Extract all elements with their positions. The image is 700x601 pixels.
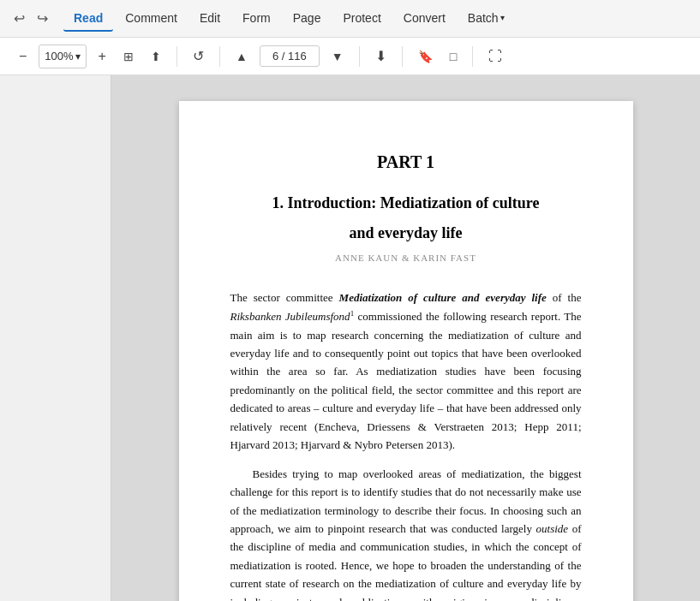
menu-item-comment[interactable]: Comment — [115, 6, 188, 32]
menu-item-form[interactable]: Form — [232, 6, 281, 32]
sidebar-left — [0, 75, 111, 601]
author-line: ANNE KAUN & KARIN FAST — [230, 253, 582, 263]
separator-1 — [176, 46, 177, 67]
fit-width-button[interactable]: ⬆ — [146, 46, 166, 67]
menu-item-protect[interactable]: Protect — [332, 6, 391, 32]
zoom-value: 100% — [45, 50, 73, 62]
main-content: PART 1 1. Introduction: Mediatization of… — [0, 75, 700, 601]
batch-dropdown-icon: ▾ — [500, 13, 505, 22]
page-indicator: 6 / 116 — [260, 45, 320, 67]
menu-item-convert[interactable]: Convert — [393, 6, 456, 32]
document-area: PART 1 1. Introduction: Mediatization of… — [111, 75, 700, 601]
share-button[interactable]: □ — [445, 46, 462, 67]
chapter-title-line1: 1. Introduction: Mediatization of cultur… — [230, 193, 582, 214]
menu-item-batch[interactable]: Batch ▾ — [458, 6, 515, 32]
paragraph-2: Besides trying to map overlooked areas o… — [230, 465, 582, 601]
toolbar: − 100% ▾ + ⊞ ⬆ ↺ ▲ 6 / 116 ▼ ⬇ 🔖 □ ⛶ — [0, 38, 700, 75]
separator-5 — [472, 46, 473, 67]
paragraph-1: The sector committee Mediatization of cu… — [230, 289, 582, 454]
next-page-button[interactable]: ▼ — [326, 46, 349, 67]
menu-item-page[interactable]: Page — [283, 6, 332, 32]
outside-italic: outside — [536, 522, 569, 535]
fullscreen-button[interactable]: ⛶ — [483, 45, 507, 68]
menu-bar: ↩ ↪ Read Comment Edit Form Page Protect … — [0, 0, 700, 38]
fund-name: Riksbanken Jubileumsfond — [230, 310, 350, 323]
separator-4 — [402, 46, 403, 67]
undo-button[interactable]: ↩ — [10, 7, 28, 30]
menu-item-edit[interactable]: Edit — [189, 6, 230, 32]
zoom-dropdown-icon[interactable]: ▾ — [75, 51, 81, 62]
bookmark-button[interactable]: 🔖 — [413, 46, 438, 67]
document-page: PART 1 1. Introduction: Mediatization of… — [179, 101, 633, 601]
fit-page-button[interactable]: ⊞ — [118, 46, 139, 67]
zoom-control: 100% ▾ — [39, 45, 86, 68]
menu-items: Read Comment Edit Form Page Protect Conv… — [63, 6, 515, 32]
redo-button[interactable]: ↪ — [33, 7, 51, 30]
part-heading: PART 1 — [230, 152, 582, 172]
separator-3 — [359, 46, 360, 67]
separator-2 — [219, 46, 220, 67]
rotate-button[interactable]: ↺ — [188, 45, 209, 68]
menu-item-read[interactable]: Read — [63, 6, 113, 32]
prev-page-button[interactable]: ▲ — [230, 46, 253, 67]
zoom-out-button[interactable]: − — [14, 45, 32, 68]
chapter-title-line2: and everyday life — [230, 223, 582, 244]
undo-redo-group: ↩ ↪ — [10, 7, 51, 30]
download-button[interactable]: ⬇ — [370, 45, 392, 68]
zoom-in-button[interactable]: + — [93, 45, 111, 68]
italic-title: Mediatization of culture and everyday li… — [339, 291, 547, 304]
body-text: The sector committee Mediatization of cu… — [230, 289, 582, 601]
